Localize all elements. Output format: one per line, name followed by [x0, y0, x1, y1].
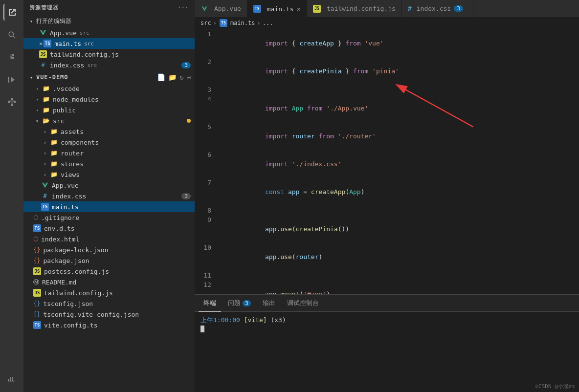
open-file-tailwind-name: tailwind.config.js: [50, 51, 119, 58]
open-file-index-css[interactable]: # index.css src 3: [23, 60, 195, 70]
project-expand[interactable]: ▾ VUE-DEMO: [27, 73, 68, 81]
panel-tab-terminal-label: 终端: [203, 299, 216, 307]
panel-tab-terminal[interactable]: 终端: [199, 295, 221, 312]
line-num-10: 10: [195, 243, 219, 271]
tree-index-css[interactable]: # index.css 3: [23, 191, 195, 201]
open-file-index-css-src: src: [87, 62, 97, 68]
svg-rect-3: [12, 379, 13, 381]
more-icon[interactable]: ···: [178, 4, 189, 11]
tree-views[interactable]: › 📁 views: [23, 169, 195, 180]
explorer-icon[interactable]: [3, 4, 20, 21]
tree-components[interactable]: › 📁 components: [23, 137, 195, 148]
tree-stores[interactable]: › 📁 stores: [23, 158, 195, 169]
new-file-icon[interactable]: 📄: [157, 73, 165, 81]
tree-index-html[interactable]: ⬡ index.html: [23, 234, 195, 244]
tree-package-json[interactable]: {} package.json: [23, 255, 195, 266]
src-chevron: ▾: [33, 117, 41, 125]
collapse-icon[interactable]: ⊟: [187, 73, 191, 81]
panel-tabs: 终端 问题 3 输出 调试控制台: [195, 295, 579, 312]
terminal-log-line: 上午1:00:00 [vite] (x3): [200, 316, 573, 325]
project-chevron: ▾: [27, 73, 35, 81]
docker-icon[interactable]: [3, 371, 20, 388]
tree-tsconfig[interactable]: {} tsconfig.json: [23, 298, 195, 309]
activity-bar: [0, 0, 23, 392]
terminal-panel: 终端 问题 3 输出 调试控制台 上午1:00:00 [vite]: [195, 294, 579, 392]
js-icon-postcss: JS: [33, 267, 41, 275]
close-icon-main-ts[interactable]: ✕: [39, 40, 43, 47]
extensions-icon[interactable]: [3, 94, 20, 110]
tab-close-main-ts[interactable]: ✕: [297, 5, 301, 12]
line-num-8: 8: [195, 206, 219, 215]
project-actions: 📄 📁 ↻ ⊟: [157, 73, 191, 81]
folder-icon-assets: 📁: [50, 128, 58, 135]
open-file-app-vue-name: App.vue: [50, 29, 77, 37]
line-num-1: 1: [195, 29, 219, 57]
terminal-content[interactable]: 上午1:00:00 [vite] (x3): [195, 312, 579, 392]
tree-components-name: components: [61, 139, 99, 146]
sidebar-header-icons: ···: [178, 4, 189, 11]
ts-icon-main: TS: [41, 203, 49, 211]
tree-env-dts[interactable]: TS env.d.ts: [23, 223, 195, 234]
tree-tailwind-config[interactable]: JS tailwind.config.js: [23, 287, 195, 298]
tree-router[interactable]: › 📁 router: [23, 148, 195, 158]
tree-public[interactable]: › 📁 public: [23, 105, 195, 115]
open-file-main-ts-name: main.ts: [54, 40, 81, 47]
tab-index-css[interactable]: # index.css 3: [402, 0, 473, 17]
line-11-content: [219, 271, 579, 280]
new-folder-icon[interactable]: 📁: [168, 73, 177, 81]
tree-readme-name: README.md: [42, 279, 76, 286]
tree-gitignore[interactable]: ⬡ .gitignore: [23, 212, 195, 223]
gitignore-icon: ⬡: [33, 214, 38, 221]
line-num-5: 5: [195, 122, 219, 150]
terminal-vite: [vite]: [244, 316, 267, 324]
panel-tab-output[interactable]: 输出: [258, 295, 280, 312]
tab-vue-icon: [200, 5, 208, 13]
tree-node-modules[interactable]: › 📁 node_modules: [23, 94, 195, 105]
open-editors-section[interactable]: ▾ 打开的编辑器: [23, 15, 195, 27]
tree-vite-config[interactable]: TS vite.config.ts: [23, 320, 195, 330]
tree-app-vue[interactable]: App.vue: [23, 180, 195, 191]
terminal-x3: (x3): [270, 316, 286, 324]
git-icon[interactable]: [3, 49, 20, 65]
tab-index-css-label: index.css: [417, 5, 451, 12]
watermark: ©CSDN @小涵zs: [535, 383, 575, 390]
line-3-content: [219, 85, 579, 94]
tab-js-icon-tailwind: JS: [313, 5, 321, 13]
tree-readme[interactable]: Ⓜ README.md: [23, 277, 195, 287]
search-icon[interactable]: [3, 26, 20, 43]
panel-tab-problems-label: 问题: [228, 299, 241, 307]
run-icon[interactable]: [3, 71, 20, 88]
open-file-tailwind[interactable]: JS tailwind.config.js: [23, 49, 195, 60]
tree-vscode[interactable]: › 📁 .vscode: [23, 83, 195, 94]
project-section-header: ▾ VUE-DEMO 📄 📁 ↻ ⊟: [23, 70, 195, 83]
code-editor[interactable]: 1 import { createApp } from 'vue' 2 impo…: [195, 29, 579, 294]
terminal-time: 上午1:00:00: [200, 316, 240, 324]
tree-assets[interactable]: › 📁 assets: [23, 126, 195, 137]
open-file-app-vue[interactable]: App.vue src: [23, 27, 195, 38]
panel-tab-debug[interactable]: 调试控制台: [282, 295, 324, 312]
router-chevron: ›: [41, 149, 49, 157]
tab-tailwind[interactable]: JS tailwind.config.js: [307, 0, 402, 17]
code-line-3: 3: [195, 85, 579, 94]
code-line-8: 8: [195, 206, 579, 215]
json-icon-pkg: {}: [33, 257, 40, 264]
tree-postcss[interactable]: JS postcss.config.js: [23, 266, 195, 277]
tree-stores-name: stores: [61, 160, 84, 168]
tab-app-vue[interactable]: App.vue: [195, 0, 247, 17]
open-file-main-ts[interactable]: ✕ TS main.ts src: [23, 38, 195, 49]
folder-icon-views: 📁: [50, 171, 58, 178]
tree-gitignore-name: .gitignore: [41, 214, 79, 221]
line-num-9: 9: [195, 215, 219, 243]
tab-main-ts[interactable]: TS main.ts ✕: [247, 0, 307, 17]
tree-tsconfig-vite[interactable]: {} tsconfig.vite-config.json: [23, 309, 195, 320]
svg-rect-4: [10, 377, 11, 379]
terminal-cursor-line: [200, 325, 573, 332]
folder-icon-components: 📁: [50, 138, 58, 146]
panel-tab-problems[interactable]: 问题 3: [223, 295, 256, 312]
tree-vscode-name: .vscode: [53, 85, 80, 92]
tree-src[interactable]: ▾ 📂 src: [23, 115, 195, 126]
tree-package-lock[interactable]: {} package-lock.json: [23, 244, 195, 255]
refresh-icon[interactable]: ↻: [179, 73, 183, 81]
open-editors-label: 打开的编辑器: [36, 17, 71, 25]
tree-main-ts[interactable]: TS main.ts: [23, 201, 195, 212]
